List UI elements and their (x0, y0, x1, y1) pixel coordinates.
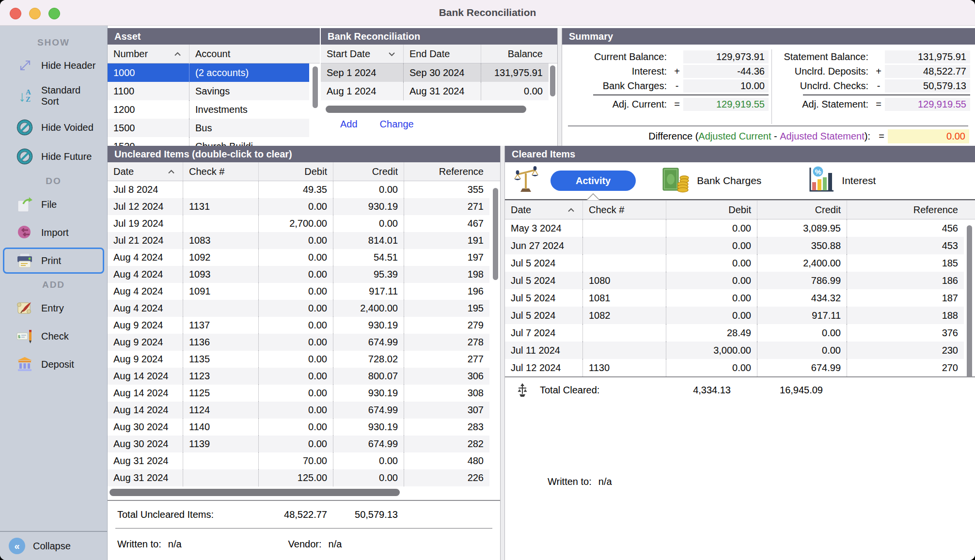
sort-ascending-icon (168, 170, 175, 174)
cleared-totals-row: Total Cleared: 4,334.13 16,945.09 (505, 377, 975, 404)
table-row[interactable]: Aug 30 2024 1139 0.00 674.99 282 (108, 436, 489, 452)
sidebar-item-standard-sort[interactable]: ↓AZ Standard Sort (3, 80, 104, 112)
zoom-window-button[interactable] (48, 8, 60, 19)
column-header-reference[interactable]: Reference (404, 162, 489, 181)
sidebar-item-check[interactable]: $ Check (3, 323, 104, 349)
table-row[interactable]: Jul 19 2024 2,700.00 0.00 467 (108, 215, 489, 232)
table-row[interactable]: Aug 30 2024 1140 0.00 930.19 283 (108, 419, 489, 436)
sidebar-item-hide-header[interactable]: Hide Header (3, 53, 104, 78)
uncleared-hscrollbar-thumb[interactable] (110, 489, 400, 496)
column-header-balance[interactable]: Balance (481, 45, 549, 63)
table-row[interactable]: 1000 (2 accounts) (108, 63, 309, 82)
reconciliation-scrollbar-thumb[interactable] (550, 65, 555, 96)
table-row[interactable]: Aug 31 2024 125.00 0.00 226 (108, 469, 489, 486)
sidebar-item-print[interactable]: Print (3, 248, 104, 274)
table-row[interactable]: Jul 5 2024 1080 0.00 786.99 186 (505, 272, 964, 289)
table-row[interactable]: Jul 11 2024 3,000.00 0.00 230 (505, 342, 964, 359)
column-header-check[interactable]: Check # (582, 201, 666, 219)
sidebar-item-label: Check (41, 331, 69, 342)
tab-activity-pill[interactable]: Activity (550, 171, 636, 191)
written-to-value: n/a (168, 539, 182, 550)
table-row[interactable]: Aug 4 2024 1093 0.00 95.39 198 (108, 266, 489, 283)
sidebar-item-label: Deposit (41, 359, 74, 370)
table-row[interactable]: Sep 1 2024 Sep 30 2024 131,975.91 (321, 63, 549, 82)
statement-balance-value: 131,975.91 (885, 50, 970, 63)
table-row[interactable]: Jul 7 2024 28.49 0.00 376 (505, 324, 964, 342)
table-row[interactable]: May 3 2024 0.00 3,089.95 456 (505, 219, 964, 237)
table-row[interactable]: Jul 12 2024 1131 0.00 930.19 271 (108, 198, 489, 215)
column-header-account[interactable]: Account (189, 45, 320, 63)
collapse-label: Collapse (33, 541, 71, 552)
table-row[interactable]: 1520 Church Buildi (108, 137, 309, 146)
sidebar-item-file[interactable]: File (3, 191, 104, 218)
sidebar-item-label: Standard Sort (41, 85, 94, 107)
table-row[interactable]: Aug 14 2024 1125 0.00 930.19 308 (108, 385, 489, 402)
column-header-check[interactable]: Check # (183, 162, 258, 181)
sort-descending-icon (388, 52, 395, 56)
uncleared-checks-value: 50,579.13 (885, 79, 970, 93)
sidebar-item-label: File (41, 199, 57, 210)
collapse-button[interactable]: « Collapse (0, 531, 107, 560)
column-header-end-date[interactable]: End Date (403, 45, 481, 63)
uncleared-scrollbar-thumb[interactable] (493, 188, 498, 280)
column-header-number[interactable]: Number (108, 45, 189, 63)
minimize-window-button[interactable] (29, 8, 41, 19)
table-row[interactable]: 1100 Savings (108, 82, 309, 100)
table-row[interactable]: 1200 Investments (108, 100, 309, 119)
summary-current-column: Current Balance: 129,973.91 Interest: + … (566, 49, 771, 124)
tab-interest-label[interactable]: Interest (842, 175, 876, 187)
change-link[interactable]: Change (380, 119, 414, 130)
table-row[interactable]: Aug 1 2024 Aug 31 2024 0.00 (321, 82, 549, 100)
tab-interest[interactable]: % Interest (808, 166, 876, 195)
uncleared-deposits-value: 48,522.77 (885, 65, 970, 78)
sidebar-item-import[interactable]: Import (3, 219, 104, 246)
column-header-date[interactable]: Date (108, 162, 183, 181)
sidebar-item-deposit[interactable]: Deposit (3, 351, 104, 377)
table-row[interactable]: Aug 14 2024 1124 0.00 674.99 307 (108, 402, 489, 419)
table-row[interactable]: Jul 5 2024 1082 0.00 917.11 188 (505, 307, 964, 324)
table-row[interactable]: Aug 14 2024 1123 0.00 800.07 306 (108, 368, 489, 385)
vertical-split-handle[interactable] (557, 28, 562, 146)
table-row[interactable]: Jul 5 2024 0.00 2,400.00 185 (505, 254, 964, 272)
uncleared-items-panel: Uncleared Items (double-click to clear) … (108, 146, 500, 560)
cleared-scrollbar (964, 219, 975, 376)
reconciliation-hscrollbar-thumb[interactable] (326, 106, 526, 113)
column-header-start-date[interactable]: Start Date (321, 45, 403, 63)
table-row[interactable]: Aug 9 2024 1136 0.00 674.99 278 (108, 334, 489, 351)
vertical-split-handle[interactable] (500, 146, 505, 560)
sidebar-item-hide-voided[interactable]: Hide Voided (3, 114, 104, 141)
add-link[interactable]: Add (340, 119, 358, 130)
asset-scrollbar-thumb[interactable] (313, 66, 318, 108)
table-row[interactable]: Aug 4 2024 0.00 2,400.00 195 (108, 300, 489, 317)
cleared-scrollbar-thumb[interactable] (967, 225, 972, 376)
table-row[interactable]: Aug 9 2024 1135 0.00 728.02 277 (108, 351, 489, 368)
table-row[interactable]: Jul 8 2024 49.35 0.00 355 (108, 181, 489, 198)
column-header-credit[interactable]: Credit (757, 201, 847, 219)
table-row[interactable]: Aug 31 2024 70.00 0.00 480 (108, 452, 489, 469)
table-row[interactable]: Jul 21 2024 1083 0.00 814.01 191 (108, 232, 489, 249)
column-header-debit[interactable]: Debit (666, 201, 757, 219)
active-tab-notch (586, 193, 600, 200)
tab-activity[interactable]: Activity (514, 166, 636, 196)
table-row[interactable]: Jun 27 2024 0.00 350.88 453 (505, 237, 964, 254)
column-header-date[interactable]: Date (505, 201, 582, 219)
summary-statement-column: Statement Balance: 131,975.91 Unclrd. De… (771, 49, 970, 124)
table-row[interactable]: Aug 9 2024 1137 0.00 930.19 279 (108, 317, 489, 334)
asset-table-header: Number Account (108, 45, 320, 63)
table-row[interactable]: Aug 4 2024 1092 0.00 54.51 197 (108, 249, 489, 266)
tab-bank-charges-label[interactable]: Bank Charges (697, 175, 761, 187)
sidebar-item-hide-future[interactable]: Hide Future (3, 143, 104, 170)
table-row[interactable]: 1500 Bus (108, 119, 309, 137)
table-row[interactable]: Jul 12 2024 1130 0.00 674.99 270 (505, 359, 964, 376)
table-row[interactable]: Jul 5 2024 1081 0.00 434.32 187 (505, 289, 964, 307)
column-header-debit[interactable]: Debit (258, 162, 333, 181)
tab-bank-charges[interactable]: Bank Charges (662, 167, 761, 195)
difference-value: 0.00 (888, 129, 969, 143)
close-window-button[interactable] (10, 8, 21, 19)
sidebar-item-entry[interactable]: Entry (3, 295, 104, 321)
table-row[interactable]: Aug 4 2024 1091 0.00 917.11 196 (108, 283, 489, 300)
sidebar-section-do: DO (0, 176, 107, 187)
column-header-reference[interactable]: Reference (847, 201, 964, 219)
column-header-credit[interactable]: Credit (333, 162, 404, 181)
app-window: Bank Reconciliation SHOW Hide Header ↓AZ… (0, 0, 975, 560)
